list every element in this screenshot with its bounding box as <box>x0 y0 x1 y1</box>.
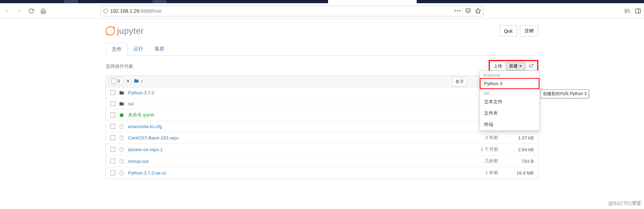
page-header: jupyter Quit 注销 <box>106 22 538 43</box>
file-list: Python-3.7.0ssl未命名.ipynb2 Banaconda-ks.c… <box>106 87 538 179</box>
row-checkbox[interactable] <box>110 101 115 106</box>
upload-button[interactable]: 上传 <box>490 62 505 71</box>
page-actions-dots[interactable]: ••• <box>454 8 461 13</box>
file-modified: 1 年前 <box>466 170 498 176</box>
file-row: ssl <box>106 98 538 109</box>
refresh-button[interactable] <box>526 62 537 70</box>
sort-by-name[interactable]: 名字 <box>452 77 467 87</box>
selected-count: 0 <box>118 79 120 84</box>
file-size: 1.57 kB <box>502 135 534 141</box>
notebook-icon <box>119 112 124 118</box>
dropdown-tooltip: 创建新的代码 Python 3 <box>540 89 589 98</box>
file-size: 2.64 kB <box>502 147 534 152</box>
row-checkbox[interactable] <box>110 170 115 175</box>
chevron-down-icon <box>127 81 129 82</box>
row-checkbox[interactable] <box>110 124 115 129</box>
dropdown-item-folder[interactable]: 文件夹 <box>480 108 539 119</box>
new-dropdown: Notebook: Python 3 Oth 文本文件 文件夹 终端 创建新的代… <box>479 71 540 131</box>
select-all-checkbox[interactable] <box>111 79 116 84</box>
address-bar[interactable]: 192.168.1.29:8888/tree ••• <box>101 6 484 16</box>
forward-button[interactable] <box>15 7 23 15</box>
folder-icon <box>119 101 124 106</box>
quit-button[interactable]: Quit <box>499 25 517 37</box>
file-link[interactable]: Python-3.7.0.tar.xz <box>128 170 166 176</box>
row-checkbox[interactable] <box>110 90 115 95</box>
file-icon <box>119 123 124 129</box>
file-row: anaconda-ks.cfgkB <box>106 121 538 132</box>
tab-files[interactable]: 文件 <box>106 43 128 56</box>
breadcrumb-sep: / <box>141 79 143 84</box>
file-modified: 1 个月前 <box>466 146 498 153</box>
dropdown-item-python3[interactable]: Python 3 <box>480 78 539 89</box>
library-icon[interactable] <box>624 8 631 14</box>
file-icon <box>119 135 124 141</box>
file-link[interactable]: docker-ce.repo.1 <box>128 147 163 152</box>
new-button[interactable]: 新建 <box>506 62 525 71</box>
select-all[interactable]: 0 <box>109 78 123 85</box>
list-header: 0 / 名字 ze <box>106 75 538 87</box>
row-checkbox[interactable] <box>110 147 115 152</box>
file-link[interactable]: nohup.out <box>128 159 149 164</box>
home-button[interactable] <box>39 7 48 15</box>
chevron-down-icon <box>519 65 522 67</box>
toolbar-row: 选择操作对象. 上传 新建 Notebook: Python 3 Oth 文本文… <box>106 60 538 72</box>
file-row: nohup.out几秒前793 B <box>106 155 538 167</box>
browser-toolbar: 192.168.1.29:8888/tree ••• <box>0 3 644 19</box>
select-dropdown[interactable] <box>125 79 131 83</box>
file-row: docker-ce.repo.11 个月前2.64 kB <box>106 143 538 155</box>
folder-icon <box>119 90 124 95</box>
svg-line-6 <box>628 9 629 13</box>
file-icon <box>119 147 124 152</box>
file-size: 16.9 MB <box>502 170 534 176</box>
jupyter-page: jupyter Quit 注销 文件 运行 集群 选择操作对象. 上传 新建 N… <box>106 19 538 179</box>
tabs: 文件 运行 集群 <box>106 43 538 56</box>
sidebar-icon[interactable] <box>635 8 641 14</box>
file-link[interactable]: CentOS7-Base-163.repo <box>128 135 179 141</box>
jupyter-logo[interactable]: jupyter <box>106 26 144 36</box>
window-titlebar <box>0 0 644 3</box>
select-hint: 选择操作对象. <box>106 63 135 70</box>
file-row: Python-3.7.0.tar.xz1 年前16.9 MB <box>106 167 538 178</box>
pocket-icon[interactable] <box>465 8 471 14</box>
svg-marker-3 <box>476 8 481 13</box>
file-size: 793 B <box>502 159 534 164</box>
tab-clusters[interactable]: 集群 <box>149 43 170 55</box>
reload-button[interactable] <box>27 7 35 15</box>
file-icon <box>119 170 124 176</box>
row-checkbox[interactable] <box>110 112 115 117</box>
file-link[interactable]: ssl <box>128 101 134 106</box>
file-link[interactable]: 未命名.ipynb <box>128 112 154 118</box>
info-icon <box>103 9 108 13</box>
file-row: CentOS7-Base-163.repo3 年前1.57 kB <box>106 132 538 143</box>
bookmark-star-icon[interactable] <box>475 8 481 14</box>
svg-rect-7 <box>635 9 640 13</box>
jupyter-logo-mark <box>106 26 115 35</box>
url-text: 192.168.1.29:8888/tree <box>110 8 162 14</box>
file-row: 未命名.ipynb2 B <box>106 109 538 121</box>
dropdown-header-other: Oth <box>480 89 539 96</box>
tab-running[interactable]: 运行 <box>128 43 149 55</box>
logout-button[interactable]: 注销 <box>520 25 538 37</box>
file-link[interactable]: anaconda-ks.cfg <box>128 124 162 129</box>
row-checkbox[interactable] <box>110 135 115 140</box>
file-modified: 几秒前 <box>466 158 498 164</box>
back-button[interactable] <box>3 7 11 15</box>
row-checkbox[interactable] <box>110 159 115 164</box>
file-modified: 3 年前 <box>466 134 498 141</box>
file-icon <box>119 158 124 164</box>
dropdown-item-textfile[interactable]: 文本文件 <box>480 96 539 108</box>
file-row: Python-3.7.0 <box>106 87 538 98</box>
breadcrumb-root-icon[interactable] <box>133 78 139 84</box>
file-link[interactable]: Python-3.7.0 <box>128 90 154 95</box>
dropdown-header-notebook: Notebook: <box>480 71 539 78</box>
jupyter-logo-text: jupyter <box>117 26 144 36</box>
refresh-icon <box>529 64 533 68</box>
dropdown-item-terminal[interactable]: 终端 <box>480 119 539 130</box>
